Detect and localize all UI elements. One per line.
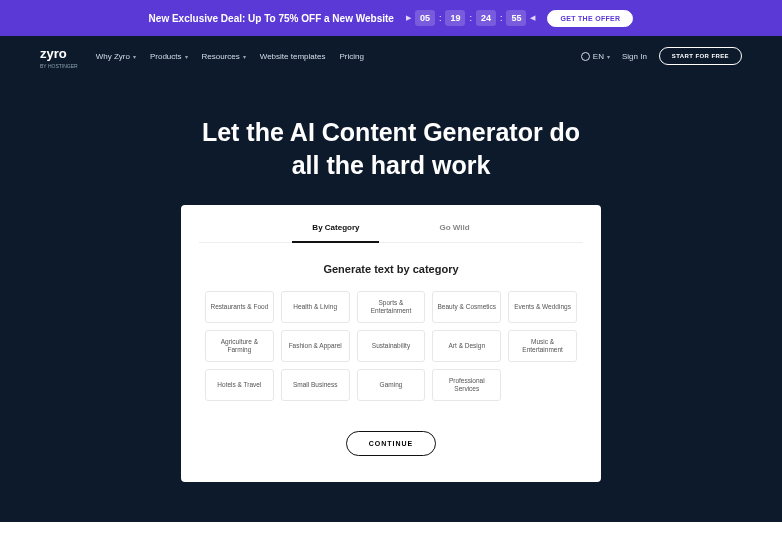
language-selector[interactable]: EN ▾	[581, 52, 610, 61]
continue-button[interactable]: CONTINUE	[346, 431, 437, 456]
category-item[interactable]: Restaurants & Food	[205, 291, 274, 323]
generator-card: By Category Go Wild Generate text by cat…	[181, 205, 601, 482]
logo-subtext: BY HOSTINGER	[40, 63, 78, 69]
category-item[interactable]: Beauty & Cosmetics	[432, 291, 501, 323]
chevron-down-icon: ▾	[607, 53, 610, 60]
tab-go-wild[interactable]: Go Wild	[429, 223, 479, 242]
category-item[interactable]: Small Business	[281, 369, 350, 401]
nav-link-resources[interactable]: Resources▾	[202, 52, 246, 61]
category-item[interactable]: Art & Design	[432, 330, 501, 362]
countdown-seconds: 55	[506, 10, 526, 26]
chevron-down-icon: ▾	[133, 53, 136, 60]
signin-link[interactable]: Sign In	[622, 52, 647, 61]
countdown-days: 05	[415, 10, 435, 26]
promo-cta-button[interactable]: GET THE OFFER	[547, 10, 633, 27]
hero-title: Let the AI Content Generator do all the …	[0, 116, 782, 181]
category-item[interactable]: Health & Living	[281, 291, 350, 323]
chevron-right-icon: ▶	[406, 14, 411, 22]
card-title: Generate text by category	[199, 263, 583, 275]
category-item[interactable]: Fashion & Apparel	[281, 330, 350, 362]
tab-by-category[interactable]: By Category	[302, 223, 369, 242]
logo[interactable]: zyro BY HOSTINGER	[40, 44, 78, 69]
navbar: zyro BY HOSTINGER Why Zyro▾ Products▾ Re…	[0, 36, 782, 76]
chevron-down-icon: ▾	[243, 53, 246, 60]
nav-link-why[interactable]: Why Zyro▾	[96, 52, 136, 61]
chevron-left-icon: ◀	[530, 14, 535, 22]
category-grid: Restaurants & Food Health & Living Sport…	[199, 291, 583, 401]
category-item[interactable]: Sustainability	[357, 330, 426, 362]
promo-text: New Exclusive Deal: Up To 75% OFF a New …	[149, 13, 394, 24]
category-item[interactable]: Music & Entertainment	[508, 330, 577, 362]
tabs: By Category Go Wild	[199, 223, 583, 243]
category-item[interactable]: Sports & Entertainment	[357, 291, 426, 323]
chevron-down-icon: ▾	[185, 53, 188, 60]
api-promo: Integrate Zyro AI tools into your app or…	[0, 522, 782, 539]
countdown-minutes: 24	[476, 10, 496, 26]
category-item[interactable]: Hotels & Travel	[205, 369, 274, 401]
promo-bar: New Exclusive Deal: Up To 75% OFF a New …	[0, 0, 782, 36]
category-item[interactable]: Professional Services	[432, 369, 501, 401]
globe-icon	[581, 52, 590, 61]
nav-link-pricing[interactable]: Pricing	[339, 52, 363, 61]
category-item[interactable]: Events & Weddings	[508, 291, 577, 323]
countdown-hours: 19	[445, 10, 465, 26]
nav-link-templates[interactable]: Website templates	[260, 52, 326, 61]
category-item[interactable]: Agriculture & Farming	[205, 330, 274, 362]
start-free-button[interactable]: START FOR FREE	[659, 47, 742, 65]
nav-link-products[interactable]: Products▾	[150, 52, 188, 61]
logo-text: zyro	[40, 46, 67, 61]
hero: Let the AI Content Generator do all the …	[0, 76, 782, 522]
category-item[interactable]: Gaming	[357, 369, 426, 401]
countdown: ▶ 05 : 19 : 24 : 55 ◀	[406, 10, 536, 26]
